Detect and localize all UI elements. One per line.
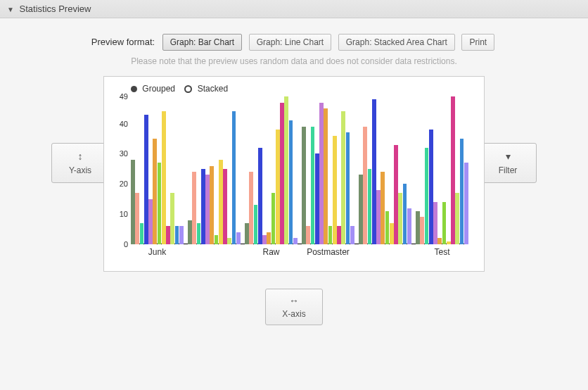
bar xyxy=(363,127,367,244)
bar xyxy=(346,132,350,244)
bar xyxy=(276,130,280,244)
bar xyxy=(376,190,381,244)
y-tick-label: 30 xyxy=(113,149,128,158)
bar xyxy=(390,223,394,244)
bar xyxy=(201,169,205,244)
bar-group xyxy=(188,96,241,244)
bar xyxy=(131,160,135,244)
bar xyxy=(236,232,241,244)
y-tick-label: 40 xyxy=(113,120,128,128)
bar xyxy=(368,169,372,244)
bar xyxy=(170,193,174,244)
bar xyxy=(425,148,429,244)
bar xyxy=(324,108,328,244)
y-axis-button[interactable]: ↕ Y-axis xyxy=(51,143,109,183)
bar xyxy=(455,193,459,244)
bar-group xyxy=(302,96,354,244)
bar xyxy=(197,223,201,244)
legend-grouped[interactable]: Grouped xyxy=(131,84,177,94)
filter-button[interactable]: ▾ Filter xyxy=(479,143,537,183)
bar xyxy=(223,169,227,244)
bar xyxy=(210,166,214,244)
x-tick-label: Raw xyxy=(262,247,279,257)
bar xyxy=(403,184,407,244)
bar xyxy=(333,136,337,244)
y-tick-label: 10 xyxy=(113,210,128,218)
x-tick-label: Test xyxy=(434,247,449,257)
bar-group xyxy=(359,96,411,244)
format-label: Preview format: xyxy=(91,37,155,47)
bar xyxy=(306,226,310,244)
bar-chart-button[interactable]: Graph: Bar Chart xyxy=(162,34,242,51)
print-button[interactable]: Print xyxy=(461,34,494,51)
bar xyxy=(293,238,298,244)
bar xyxy=(219,160,223,244)
bar-group xyxy=(416,96,468,244)
panel-title: Statistics Preview xyxy=(20,4,91,14)
bar-group xyxy=(131,96,184,244)
bar xyxy=(372,99,376,244)
bar xyxy=(451,96,455,244)
collapse-icon: ▼ xyxy=(7,6,14,13)
chart-plot: 01020304049JunkRawPostmasterTest xyxy=(131,96,468,244)
bar xyxy=(302,127,306,244)
preview-note: Please note that the preview uses random… xyxy=(0,56,588,66)
bar xyxy=(258,148,262,244)
bar xyxy=(460,139,464,244)
filter-label: Filter xyxy=(499,165,518,175)
panel-header[interactable]: ▼ Statistics Preview xyxy=(0,0,588,18)
bar xyxy=(328,226,333,244)
y-axis-label: Y-axis xyxy=(69,165,91,175)
x-tick-label: Postmaster xyxy=(307,247,350,257)
bar xyxy=(315,153,319,244)
bar xyxy=(398,193,402,244)
bar xyxy=(359,175,363,244)
bar xyxy=(267,232,271,244)
chart-box: Grouped Stacked 01020304049JunkRawPostma… xyxy=(103,76,485,272)
bar xyxy=(416,211,420,244)
area-chart-button[interactable]: Graph: Stacked Area Chart xyxy=(338,34,455,51)
line-chart-button[interactable]: Graph: Line Chart xyxy=(249,34,331,51)
bar xyxy=(381,172,385,244)
bar xyxy=(271,193,276,244)
bar xyxy=(311,127,315,244)
bar xyxy=(227,238,231,244)
bar xyxy=(420,217,424,244)
bar xyxy=(162,111,166,244)
bar xyxy=(254,205,258,244)
bar xyxy=(144,115,148,244)
bar xyxy=(385,211,390,244)
bar xyxy=(188,220,192,244)
x-tick-label: Junk xyxy=(148,247,166,257)
bar xyxy=(289,120,293,244)
y-axis-icon: ↕ xyxy=(52,151,108,163)
bar xyxy=(175,226,179,244)
bar xyxy=(437,238,442,244)
bar xyxy=(337,226,341,244)
bar xyxy=(135,193,139,244)
bar xyxy=(179,226,184,244)
bar xyxy=(205,175,210,244)
format-controls: Preview format: Graph: Bar Chart Graph: … xyxy=(0,34,588,51)
bar xyxy=(442,202,447,244)
bar xyxy=(192,172,196,244)
bar xyxy=(245,223,249,244)
bar xyxy=(158,163,162,244)
legend-stacked[interactable]: Stacked xyxy=(184,84,228,94)
x-axis-label: X-axis xyxy=(282,309,305,319)
bar xyxy=(284,96,288,244)
bar xyxy=(394,145,398,244)
stacked-dot-icon xyxy=(184,85,192,93)
bar xyxy=(341,111,345,244)
bar xyxy=(429,130,433,244)
y-tick-label: 49 xyxy=(113,92,128,101)
bar xyxy=(319,103,324,244)
grouped-dot-icon xyxy=(131,86,137,92)
x-axis-button[interactable]: ↔ X-axis xyxy=(265,289,323,325)
y-tick-label: 0 xyxy=(113,240,128,249)
bar-group xyxy=(245,96,298,244)
bar xyxy=(166,226,170,244)
bar xyxy=(407,208,411,244)
chart-legend: Grouped Stacked xyxy=(131,84,477,94)
bar xyxy=(232,111,236,244)
